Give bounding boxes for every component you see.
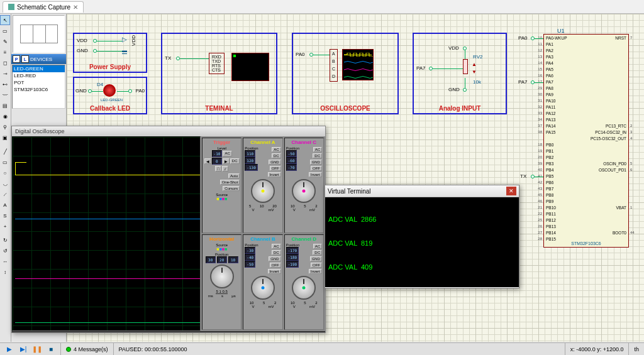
device-item[interactable]: LED-GREEN	[13, 65, 65, 72]
ch-c: C	[332, 65, 335, 73]
play-button[interactable]: ▶	[4, 345, 15, 354]
tool-component[interactable]: ▭	[0, 26, 10, 36]
block-label: Callback LED	[90, 105, 130, 112]
net-pa0: PA0	[518, 35, 528, 41]
dc-button[interactable]: DC	[230, 158, 240, 164]
tool-subcircuit[interactable]: ◻	[0, 58, 10, 68]
close-icon[interactable]: ✕	[506, 187, 516, 195]
tool-rotate-cw[interactable]: ↻	[0, 235, 10, 245]
virtual-terminal-window[interactable]: Virtual Terminal ✕ ADC VAL 2866 ADC VAL …	[325, 185, 519, 288]
device-item[interactable]: STM32F103C6	[13, 86, 65, 93]
gain-knob[interactable]	[292, 179, 316, 203]
panel-title: Channel D	[286, 236, 322, 242]
status-th: th	[628, 343, 644, 355]
gnd-label: GND	[77, 48, 88, 53]
pot-value: 10k	[473, 79, 481, 85]
tool-instrument[interactable]: ▣	[0, 133, 10, 143]
cursors-button[interactable]: Cursors	[223, 186, 240, 191]
sim-controls: ▶ ▶| ❚❚ ■	[0, 345, 60, 354]
vdd-label: VDD	[77, 38, 87, 43]
tool-rect[interactable]: ▭	[0, 157, 10, 167]
oscilloscope-block[interactable]: PA0 A B C D OSCILLOSCOPE	[292, 33, 399, 114]
pa0-label: PA0	[296, 52, 305, 57]
tool-path[interactable]: ⟋	[0, 189, 10, 199]
analog-input-block[interactable]: VDD GND PA7 RV2 10k ▲ ▼ Analog INPUT	[413, 33, 507, 114]
status-bar: ▶ ▶| ❚❚ ■ 4 Message(s) PAUSED: 00:00:55.…	[0, 342, 644, 355]
tool-line[interactable]: ╱	[0, 146, 10, 156]
vt-titlebar[interactable]: Virtual Terminal ✕	[325, 185, 519, 197]
osc-screen	[12, 136, 201, 331]
callback-led-block[interactable]: GND PA0 D4 LED-GREEN Callback LED	[73, 77, 147, 114]
terminal-block[interactable]: TX RXD TXD RTS CTS TEMINAL	[161, 33, 277, 114]
tool-probe[interactable]: ⚲	[0, 122, 10, 132]
tool-pin[interactable]: ⊷	[0, 79, 10, 89]
pot-up-icon[interactable]: ▲	[472, 62, 477, 67]
block-label: Power Supply	[89, 63, 131, 70]
tool-arc[interactable]: ◡	[0, 178, 10, 188]
panel-title: Channel B	[245, 236, 280, 242]
tool-selection[interactable]: ↖	[0, 15, 10, 25]
net-pa7: PA7	[518, 79, 528, 85]
pin-rxd: RXD	[212, 55, 221, 59]
vt-content: ADC VAL 2866 ADC VAL 819 ADC VAL 409 ADC…	[325, 197, 519, 287]
block-label: TEMINAL	[205, 105, 233, 112]
block-label: OSCILLOSCOPE	[320, 105, 370, 112]
led-ref: D4	[97, 82, 103, 87]
tool-mirror-h[interactable]: ↔	[0, 256, 10, 266]
ch-b: B	[332, 58, 335, 65]
device-list[interactable]: LED-GREEN LED-RED POT STM32F103C6	[12, 65, 65, 109]
gnd-label: GND	[75, 88, 87, 94]
tx-label: TX	[165, 55, 171, 61]
pause-button[interactable]: ❚❚	[31, 345, 43, 354]
microcontroller[interactable]: 10PA0-WKUP11PA112PA213PA314PA415PA516PA6…	[543, 34, 629, 248]
library-button[interactable]: L	[21, 55, 29, 63]
messages-count: 4 Message(s)	[74, 346, 108, 352]
tool-symbol[interactable]: S	[0, 210, 10, 221]
gain-knob[interactable]	[251, 179, 275, 203]
oneshot-button[interactable]: One-Shot	[220, 180, 240, 185]
tab-bar: Schematic Capture ✕	[0, 0, 644, 14]
auto-button[interactable]: Auto	[228, 173, 240, 178]
tool-wire-label[interactable]: ✎	[0, 36, 10, 46]
component-preview	[13, 15, 65, 53]
panel-title: Channel C	[286, 139, 322, 145]
ch-d: D	[332, 73, 335, 80]
tool-circle[interactable]: ○	[0, 168, 10, 178]
vdd-arrow-label: VDD	[131, 35, 136, 46]
pa0-label: PA0	[135, 88, 145, 94]
tool-text[interactable]: A	[0, 200, 10, 210]
tool-marker[interactable]: +	[0, 221, 10, 231]
osc-channel-c-panel: Channel C Position -50 -60 -70 AC DC GND…	[284, 138, 324, 233]
led-icon	[103, 84, 116, 97]
osc-channel-b-panel: Channel B Position -30 -40 -50 AC DC GND…	[243, 234, 282, 330]
sim-state-text: PAUSED: 00:00:55.100000	[119, 346, 187, 352]
oscilloscope-window[interactable]: Digital Oscilloscope Trigger Level -10 A…	[11, 126, 326, 333]
tool-graph[interactable]: 〰	[0, 90, 10, 100]
pin-cts: CTS	[212, 68, 221, 72]
osc-titlebar[interactable]: Digital Oscilloscope	[12, 126, 325, 136]
messages-section[interactable]: 4 Message(s)	[60, 343, 113, 355]
tab-schematic[interactable]: Schematic Capture ✕	[3, 1, 84, 13]
pot-down-icon[interactable]: ▼	[472, 69, 477, 75]
stop-button[interactable]: ■	[45, 345, 57, 354]
tool-bus[interactable]: ≡	[0, 47, 10, 57]
device-item[interactable]: POT	[13, 79, 65, 86]
gain-knob[interactable]	[251, 276, 275, 300]
ac-button[interactable]: AC	[223, 151, 231, 156]
tool-mirror-v[interactable]: ↕	[0, 267, 10, 277]
tool-terminal[interactable]: ⊸	[0, 68, 10, 79]
close-icon[interactable]: ✕	[73, 4, 78, 11]
potentiometer-icon[interactable]	[463, 59, 468, 74]
chip-part: STM32F103C6	[571, 241, 601, 246]
gain-knob[interactable]	[292, 276, 316, 300]
led-part: LED-GREEN	[101, 98, 123, 102]
step-button[interactable]: ▶|	[18, 345, 29, 354]
tool-generator[interactable]: ◉	[0, 111, 10, 121]
tool-rotate-ccw[interactable]: ↺	[0, 246, 10, 256]
tool-tape[interactable]: ▤	[0, 101, 10, 111]
pick-device-button[interactable]: P	[13, 55, 20, 63]
gnd-label: GND	[448, 87, 460, 92]
timebase-knob[interactable]	[210, 265, 234, 288]
device-item[interactable]: LED-RED	[13, 72, 65, 79]
power-supply-block[interactable]: VDD GND ▷ VDD ▬ Power Supply	[73, 33, 147, 73]
